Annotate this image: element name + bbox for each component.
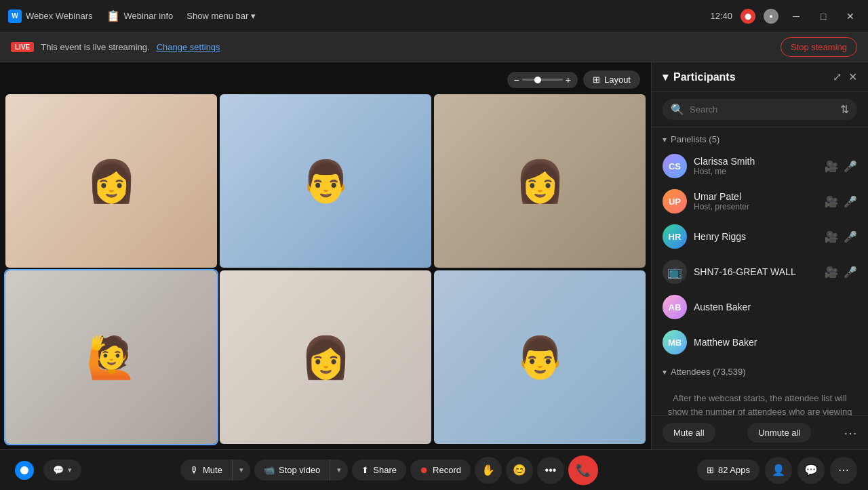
participant-info-device: SHN7-16-GREAT WALL xyxy=(694,266,818,277)
toolbar-center: 🎙 Mute ▾ 📹 Stop video ▾ ⬆ Share ⏺ Record… xyxy=(87,455,692,485)
svg-point-1 xyxy=(20,466,28,474)
webex-circle-icon xyxy=(14,460,35,481)
raise-hand-button[interactable]: ✋ xyxy=(475,457,502,484)
maximize-button[interactable]: □ xyxy=(814,7,833,26)
zoom-slider[interactable] xyxy=(522,79,563,81)
search-bar: 🔍 ⇅ xyxy=(652,92,868,127)
video-cell-4[interactable]: 🙋 xyxy=(5,270,217,444)
chevron-down-icon[interactable]: ▾ xyxy=(663,70,668,83)
stop-video-pill[interactable]: 📹 Stop video ▾ xyxy=(254,460,348,481)
participants-toggle-button[interactable]: 👤 xyxy=(765,457,792,484)
webinar-info-btn[interactable]: 📋 Webinar info xyxy=(106,9,174,22)
panelists-section-header[interactable]: ▾ Panelists (5) xyxy=(652,127,868,148)
video-cell-2[interactable]: 👨 xyxy=(220,94,431,268)
participant-item-clarissa[interactable]: CS Clarissa Smith Host, me 🎥 🎤 xyxy=(652,148,868,184)
panel-header: ▾ Participants ⤢ ✕ xyxy=(652,62,868,92)
sort-button[interactable]: ⇅ xyxy=(840,103,849,116)
webex-logo[interactable]: W Webex Webinars xyxy=(8,9,93,23)
close-panel-icon[interactable]: ✕ xyxy=(848,70,857,83)
participant-item-henry[interactable]: HR Henry Riggs 🎥 🎤 xyxy=(652,219,868,254)
chat-button[interactable]: 💬 xyxy=(797,457,825,484)
zoom-in-button[interactable]: + xyxy=(566,75,571,85)
search-icon: 🔍 xyxy=(671,103,684,116)
status-indicator: ● xyxy=(764,9,778,24)
participant-name-clarissa: Clarissa Smith xyxy=(694,156,818,167)
end-call-button[interactable]: 📞 xyxy=(568,455,598,485)
react-button[interactable]: 😊 xyxy=(506,457,533,484)
panel-body: ▾ Panelists (5) CS Clarissa Smith Host, … xyxy=(652,127,868,415)
share-icon: ⬆ xyxy=(361,465,369,475)
participant-role-umar: Host, presenter xyxy=(694,202,818,211)
video-cell-3[interactable]: 👩 xyxy=(434,94,646,268)
layout-label: Layout xyxy=(604,75,631,85)
participants-title: Participants xyxy=(673,71,736,83)
mute-all-button[interactable]: Mute all xyxy=(663,423,715,443)
stop-streaming-button[interactable]: Stop steaming xyxy=(781,37,857,57)
toolbar-more-icon: ⋯ xyxy=(838,464,849,476)
stop-video-button[interactable]: 📹 Stop video xyxy=(254,460,330,481)
close-button[interactable]: ✕ xyxy=(841,7,860,26)
more-options-icon: ••• xyxy=(545,464,557,476)
layout-button[interactable]: ⊞ Layout xyxy=(583,70,640,89)
zoom-controls[interactable]: − + xyxy=(507,72,578,88)
end-call-icon: 📞 xyxy=(576,463,591,478)
stop-video-dropdown-arrow[interactable]: ▾ xyxy=(330,460,348,480)
mute-button[interactable]: 🎙 Mute xyxy=(180,460,233,481)
mute-label: Mute xyxy=(203,465,222,475)
video-cell-5[interactable]: 👩 xyxy=(220,270,431,444)
video-person-3: 👩 xyxy=(434,94,646,268)
more-options-button[interactable]: ••• xyxy=(537,457,564,484)
webex-home-button[interactable] xyxy=(11,457,38,484)
title-bar-right: 12:40 ⬤ ● ─ □ ✕ xyxy=(710,7,860,26)
search-input[interactable] xyxy=(690,104,835,115)
participant-name-austen: Austen Baker xyxy=(694,302,857,312)
mic-icon-device: 🎤 xyxy=(844,266,857,279)
participant-item-device[interactable]: 📺 SHN7-16-GREAT WALL 🎥 🎤 xyxy=(652,254,868,289)
change-settings-link[interactable]: Change settings xyxy=(157,42,220,52)
attendees-section-header[interactable]: ▾ Attendees (73,539) xyxy=(652,360,868,381)
captions-icon: 💬 xyxy=(53,465,64,475)
video-person-2: 👨 xyxy=(220,94,431,268)
video-area: − + ⊞ Layout 👩 👨 👩 🙋 xyxy=(0,62,651,449)
captions-button[interactable]: 💬 ▾ xyxy=(43,460,81,481)
mic-icon-umar: 🎤 xyxy=(844,195,857,208)
participant-name-umar: Umar Patel xyxy=(694,191,818,202)
record-label: Record xyxy=(433,465,461,475)
zoom-thumb xyxy=(534,77,541,83)
zoom-out-button[interactable]: − xyxy=(514,75,519,85)
toolbar-more-button[interactable]: ⋯ xyxy=(830,457,857,484)
participant-icons-device: 🎥 🎤 xyxy=(825,266,857,279)
participant-item-matthew[interactable]: MB Matthew Baker xyxy=(652,325,868,360)
title-bar: W Webex Webinars 📋 Webinar info Show men… xyxy=(0,0,868,33)
video-cell-1[interactable]: 👩 xyxy=(5,94,217,268)
apps-icon: ⊞ xyxy=(707,465,714,475)
show-menu-btn[interactable]: Show menu bar ▾ xyxy=(186,11,256,21)
participant-item-austen[interactable]: AB Austen Baker xyxy=(652,289,868,325)
panelists-chevron-icon: ▾ xyxy=(663,135,667,144)
unmute-all-button[interactable]: Unmute all xyxy=(747,423,811,443)
participant-name-device: SHN7-16-GREAT WALL xyxy=(694,266,818,277)
clock-display: 12:40 xyxy=(710,11,732,21)
share-button[interactable]: ⬆ Share xyxy=(352,460,406,481)
video-person-4: 🙋 xyxy=(5,270,217,444)
participant-info-clarissa: Clarissa Smith Host, me xyxy=(694,156,818,176)
mute-dropdown-arrow[interactable]: ▾ xyxy=(233,460,250,480)
participant-item-umar[interactable]: UP Umar Patel Host, presenter 🎥 🎤 xyxy=(652,184,868,219)
video-icon-henry: 🎥 xyxy=(825,230,838,243)
video-person-5: 👩 xyxy=(220,270,431,444)
live-badge: LIVE xyxy=(11,42,34,52)
chat-icon: 💬 xyxy=(804,464,818,476)
record-button[interactable]: ⏺ Record xyxy=(410,460,471,481)
avatar-henry: HR xyxy=(663,224,687,249)
video-cell-6[interactable]: 👨 xyxy=(434,270,646,444)
avatar-clarissa: CS xyxy=(663,154,687,178)
apps-label: 82 Apps xyxy=(718,465,750,475)
popout-icon[interactable]: ⤢ xyxy=(833,70,842,83)
video-toolbar: − + ⊞ Layout xyxy=(5,68,646,94)
minimize-button[interactable]: ─ xyxy=(787,7,806,26)
mute-pill[interactable]: 🎙 Mute ▾ xyxy=(180,460,250,481)
share-label: Share xyxy=(373,465,397,475)
raise-hand-icon: ✋ xyxy=(481,464,495,476)
apps-button[interactable]: ⊞ 82 Apps xyxy=(697,460,760,481)
footer-more-button[interactable]: ⋯ xyxy=(844,425,857,441)
